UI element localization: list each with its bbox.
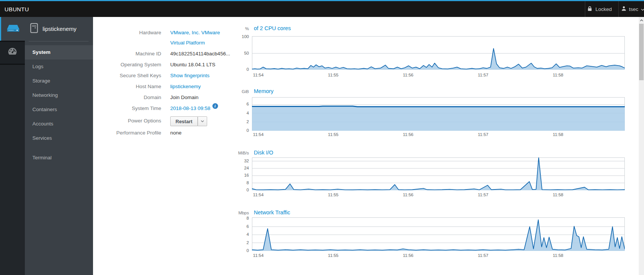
y-axis-tick-label: 0 bbox=[226, 248, 249, 253]
power-options-split-button[interactable]: Restart bbox=[170, 116, 207, 126]
info-row-performance-profile: Performance Profilenone bbox=[98, 128, 233, 138]
chart-plot-of-2-cpu-cores[interactable] bbox=[252, 36, 625, 70]
chart-unit-label: % bbox=[226, 26, 249, 31]
chart-plot-disk-i-o[interactable] bbox=[252, 157, 625, 190]
x-axis-tick-label: 11:57 bbox=[472, 253, 494, 258]
power-options-dropdown-toggle[interactable] bbox=[198, 116, 207, 126]
y-axis-tick-label: 2 bbox=[226, 240, 249, 245]
info-row-system-time: System Time2018-08-13 09:58i bbox=[98, 103, 233, 113]
dashboard-nav-item[interactable] bbox=[0, 42, 25, 65]
chart-header-network-traffic: MbpsNetwork Traffic bbox=[226, 209, 290, 217]
dashboard-gauge-icon bbox=[8, 47, 17, 58]
info-value-domain: Join Domain bbox=[170, 92, 198, 102]
sidebar-item-storage[interactable]: Storage bbox=[25, 74, 93, 88]
info-row-secure-shell-keys: Secure Shell KeysShow fingerprints bbox=[98, 70, 233, 81]
x-axis-tick-label: 11:54 bbox=[247, 192, 270, 197]
x-axis-tick-label: 11:57 bbox=[472, 73, 494, 77]
info-value-hardware[interactable]: VMware, Inc. VMware Virtual Platform bbox=[170, 28, 227, 48]
x-axis-tick-label: 11:54 bbox=[247, 73, 270, 77]
chart-title-link-disk-i-o[interactable]: Disk I/O bbox=[254, 150, 273, 156]
x-axis-tick-label: 11:57 bbox=[472, 132, 494, 137]
user-label: tsec bbox=[629, 6, 638, 12]
info-label-hardware: Hardware bbox=[98, 28, 161, 48]
user-menu[interactable]: tsec bbox=[621, 1, 644, 17]
restart-button[interactable]: Restart bbox=[170, 116, 198, 126]
server-nav-item[interactable] bbox=[0, 17, 25, 41]
x-axis-tick-label: 11:58 bbox=[547, 253, 569, 258]
info-value-machine-id: 49c1822514114bacb456... bbox=[170, 49, 230, 59]
info-value-operating-system: Ubuntu 18.04.1 LTS bbox=[170, 60, 215, 70]
user-icon bbox=[621, 6, 626, 12]
info-value-host-name[interactable]: lipstickenemy bbox=[170, 81, 201, 92]
y-axis-tick-label: 0 bbox=[226, 188, 249, 192]
chevron-down-icon bbox=[641, 6, 644, 12]
host-sidebar: lipstickenemy SystemLogsStorageNetworkin… bbox=[25, 17, 93, 275]
x-axis-tick-label: 11:55 bbox=[322, 192, 345, 197]
chart-plot-memory[interactable] bbox=[252, 97, 625, 131]
y-axis-tick-label: 6 bbox=[226, 224, 249, 229]
scrollbar-thumb[interactable] bbox=[639, 24, 644, 80]
sidebar-item-logs[interactable]: Logs bbox=[25, 60, 93, 74]
chart-title-link-memory[interactable]: Memory bbox=[254, 88, 273, 94]
y-axis-tick-label: 24 bbox=[226, 166, 249, 170]
sidebar-menu: SystemLogsStorageNetworkingContainersAcc… bbox=[25, 45, 93, 165]
navbar-divider bbox=[585, 1, 585, 17]
locked-label: Locked bbox=[595, 6, 612, 12]
app-icon-strip bbox=[0, 17, 25, 275]
info-value-performance-profile: none bbox=[170, 128, 182, 138]
info-label-system-time: System Time bbox=[98, 103, 161, 113]
y-axis-tick-label: 8 bbox=[226, 180, 249, 185]
x-axis-tick-label: 11:55 bbox=[322, 73, 345, 77]
info-circle-icon[interactable]: i bbox=[212, 103, 218, 109]
info-label-power-options: Power Options bbox=[98, 116, 161, 126]
server-icon bbox=[6, 24, 20, 34]
chart-header-memory: GiBMemory bbox=[226, 88, 273, 95]
info-row-host-name: Host Namelipstickenemy bbox=[98, 81, 233, 92]
x-axis-tick-label: 11:56 bbox=[397, 253, 420, 258]
x-axis-tick-label: 11:55 bbox=[322, 132, 345, 137]
info-value-system-time[interactable]: 2018-08-13 09:58 bbox=[170, 103, 211, 113]
info-label-domain: Domain bbox=[98, 92, 161, 102]
sidebar-item-terminal[interactable]: Terminal bbox=[25, 151, 93, 165]
x-axis-tick-label: 11:56 bbox=[397, 192, 420, 197]
info-value-secure-shell-keys[interactable]: Show fingerprints bbox=[170, 70, 209, 81]
host-name-label: lipstickenemy bbox=[43, 26, 76, 32]
sidebar-item-accounts[interactable]: Accounts bbox=[25, 117, 93, 131]
sidebar-separator bbox=[29, 41, 89, 41]
info-label-machine-id: Machine ID bbox=[98, 49, 161, 59]
sidebar-item-services[interactable]: Services bbox=[25, 131, 93, 145]
host-header: lipstickenemy bbox=[25, 17, 93, 40]
scrollbar-up-arrow[interactable] bbox=[639, 18, 644, 23]
chart-title-link-network-traffic[interactable]: Network Traffic bbox=[254, 209, 290, 215]
x-axis-tick-label: 11:58 bbox=[547, 192, 569, 197]
info-label-operating-system: Operating System bbox=[98, 60, 161, 70]
x-axis-tick-label: 11:55 bbox=[322, 253, 345, 258]
info-row-hardware: HardwareVMware, Inc. VMware Virtual Plat… bbox=[98, 28, 233, 48]
info-row-domain: DomainJoin Domain bbox=[98, 92, 233, 102]
chart-unit-label: MiB/s bbox=[226, 151, 249, 155]
sidebar-item-networking[interactable]: Networking bbox=[25, 88, 93, 102]
chart-header-disk-i-o: MiB/sDisk I/O bbox=[226, 149, 273, 157]
lock-icon bbox=[588, 6, 592, 12]
sidebar-item-system[interactable]: System bbox=[25, 45, 93, 60]
top-navbar: UBUNTU Locked tsec bbox=[0, 1, 644, 17]
y-axis-tick-label: 8 bbox=[226, 216, 249, 220]
x-axis-tick-label: 11:57 bbox=[472, 192, 494, 197]
info-label-host-name: Host Name bbox=[98, 81, 161, 92]
page-scrollbar[interactable] bbox=[639, 17, 644, 275]
brand-label: UBUNTU bbox=[5, 6, 29, 12]
chart-unit-label: GiB bbox=[226, 89, 249, 94]
chart-plot-network-traffic[interactable] bbox=[252, 217, 625, 251]
x-axis-tick-label: 11:54 bbox=[247, 253, 270, 258]
caret-down-icon bbox=[201, 120, 204, 122]
info-row-operating-system: Operating SystemUbuntu 18.04.1 LTS bbox=[98, 60, 233, 70]
chart-header-of-2-cpu-cores: %of 2 CPU cores bbox=[226, 25, 291, 32]
sidebar-item-containers[interactable]: Containers bbox=[25, 102, 93, 117]
system-info-table: HardwareVMware, Inc. VMware Virtual Plat… bbox=[98, 28, 233, 139]
chart-title-link-of-2-cpu-cores[interactable]: of 2 CPU cores bbox=[254, 25, 291, 31]
info-label-secure-shell-keys: Secure Shell Keys bbox=[98, 70, 161, 81]
x-axis-tick-label: 11:56 bbox=[397, 73, 420, 77]
x-axis-tick-label: 11:54 bbox=[247, 132, 270, 137]
locked-indicator[interactable]: Locked bbox=[588, 1, 612, 17]
x-axis-tick-label: 11:56 bbox=[397, 132, 420, 137]
